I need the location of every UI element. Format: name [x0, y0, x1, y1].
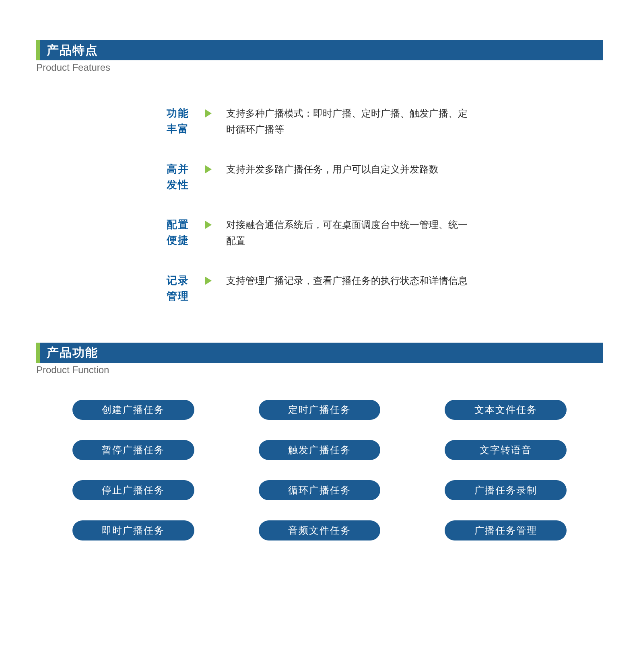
triangle-right-icon: [205, 277, 212, 285]
function-pill: 文字转语音: [445, 440, 567, 460]
triangle-right-icon: [205, 165, 212, 173]
function-pill: 定时广播任务: [259, 400, 381, 420]
function-pill: 文本文件任务: [445, 400, 567, 420]
triangle-right-icon: [205, 109, 212, 117]
feature-desc: 支持多种广播模式：即时广播、定时广播、触发广播、定时循环广播等: [226, 105, 476, 137]
features-title-cn: 产品特点: [47, 42, 98, 59]
features-list: 功能丰富 支持多种广播模式：即时广播、定时广播、触发广播、定时循环广播等 高并发…: [36, 105, 603, 304]
feature-label: 配置便捷: [157, 217, 189, 248]
feature-desc: 支持并发多路广播任务，用户可以自定义并发路数: [226, 161, 476, 177]
feature-label: 高并发性: [157, 161, 189, 193]
functions-title-en: Product Function: [36, 364, 603, 376]
feature-item: 高并发性 支持并发多路广播任务，用户可以自定义并发路数: [157, 161, 530, 193]
function-pill: 暂停广播任务: [72, 440, 194, 460]
function-pill: 停止广播任务: [72, 480, 194, 500]
feature-desc: 支持管理广播记录，查看广播任务的执行状态和详情信息: [226, 273, 476, 289]
functions-section-header: 产品功能 Product Function: [36, 343, 603, 376]
function-pill: 创建广播任务: [72, 400, 194, 420]
feature-desc: 对接融合通信系统后，可在桌面调度台中统一管理、统一配置: [226, 217, 476, 249]
feature-label: 功能丰富: [157, 105, 189, 137]
triangle-right-icon: [205, 221, 212, 229]
functions-section-bar: 产品功能: [36, 343, 603, 363]
features-section-bar: 产品特点: [36, 40, 603, 60]
functions-grid: 创建广播任务 定时广播任务 文本文件任务 暂停广播任务 触发广播任务 文字转语音…: [36, 400, 603, 540]
function-pill: 即时广播任务: [72, 520, 194, 540]
function-pill: 广播任务管理: [445, 520, 567, 540]
feature-item: 功能丰富 支持多种广播模式：即时广播、定时广播、触发广播、定时循环广播等: [157, 105, 530, 137]
features-section-header: 产品特点 Product Features: [36, 40, 603, 73]
features-title-en: Product Features: [36, 62, 603, 73]
function-pill: 循环广播任务: [259, 480, 381, 500]
function-pill: 触发广播任务: [259, 440, 381, 460]
feature-item: 记录管理 支持管理广播记录，查看广播任务的执行状态和详情信息: [157, 273, 530, 304]
feature-label: 记录管理: [157, 273, 189, 304]
function-pill: 音频文件任务: [259, 520, 381, 540]
feature-item: 配置便捷 对接融合通信系统后，可在桌面调度台中统一管理、统一配置: [157, 217, 530, 249]
functions-title-cn: 产品功能: [47, 345, 98, 361]
function-pill: 广播任务录制: [445, 480, 567, 500]
